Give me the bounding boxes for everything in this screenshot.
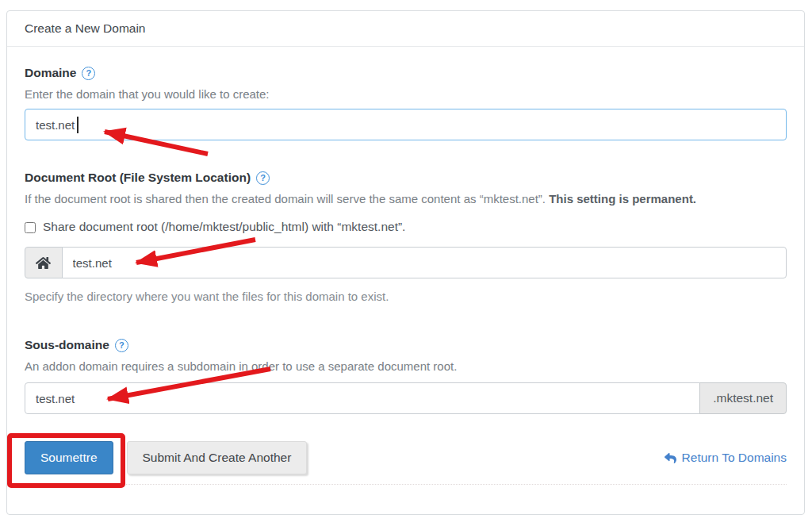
subdomain-suffix: .mktest.net <box>699 382 787 414</box>
home-icon <box>25 247 63 278</box>
domain-label-row: Domaine ? <box>25 66 787 80</box>
domain-label: Domaine <box>25 66 76 80</box>
help-icon[interactable]: ? <box>256 171 270 185</box>
form-separator <box>25 484 787 485</box>
docroot-group: Document Root (File System Location) ? I… <box>25 171 787 303</box>
help-icon[interactable]: ? <box>115 339 128 352</box>
reply-icon <box>664 452 677 464</box>
domain-input[interactable] <box>25 109 787 140</box>
docroot-input[interactable] <box>62 247 787 278</box>
create-domain-panel: Create a New Domain Domaine ? Enter the … <box>6 10 805 515</box>
docroot-description: If the document root is shared then the … <box>25 192 787 205</box>
share-docroot-label: Share document root (/home/mktest/public… <box>43 220 405 234</box>
panel-title: Create a New Domain <box>25 21 145 36</box>
page: Create a New Domain Domaine ? Enter the … <box>0 0 812 526</box>
docroot-input-group <box>25 247 787 278</box>
docroot-description-bold: This setting is permanent. <box>549 192 696 205</box>
panel-header: Create a New Domain <box>7 11 804 47</box>
subdomain-label-row: Sous-domaine ? <box>25 338 787 352</box>
submit-button[interactable]: Soumettre <box>25 441 113 474</box>
docroot-label-row: Document Root (File System Location) ? <box>25 171 787 185</box>
share-docroot-row: Share document root (/home/mktest/public… <box>25 220 787 234</box>
subdomain-input-group: .mktest.net <box>25 382 787 414</box>
subdomain-input[interactable] <box>25 382 700 414</box>
actions-row: Soumettre Submit And Create Another Retu… <box>25 441 787 474</box>
docroot-hint: Specify the directory where you want the… <box>25 290 787 303</box>
domain-input-wrap <box>25 109 787 140</box>
subdomain-label: Sous-domaine <box>25 338 109 352</box>
submit-and-create-another-button[interactable]: Submit And Create Another <box>127 441 308 474</box>
help-icon[interactable]: ? <box>82 67 95 80</box>
subdomain-description: An addon domain requires a subdomain in … <box>25 359 787 373</box>
docroot-description-normal: If the document root is shared then the … <box>25 192 549 205</box>
text-caret <box>77 117 79 133</box>
return-to-domains-label: Return To Domains <box>682 451 787 465</box>
share-docroot-checkbox[interactable] <box>25 222 36 233</box>
subdomain-group: Sous-domaine ? An addon domain requires … <box>25 338 787 414</box>
domain-group: Domaine ? Enter the domain that you woul… <box>25 66 787 140</box>
panel-body: Domaine ? Enter the domain that you woul… <box>7 47 804 485</box>
docroot-label: Document Root (File System Location) <box>25 171 251 185</box>
domain-description: Enter the domain that you would like to … <box>25 87 787 101</box>
return-to-domains-link[interactable]: Return To Domains <box>664 451 787 465</box>
